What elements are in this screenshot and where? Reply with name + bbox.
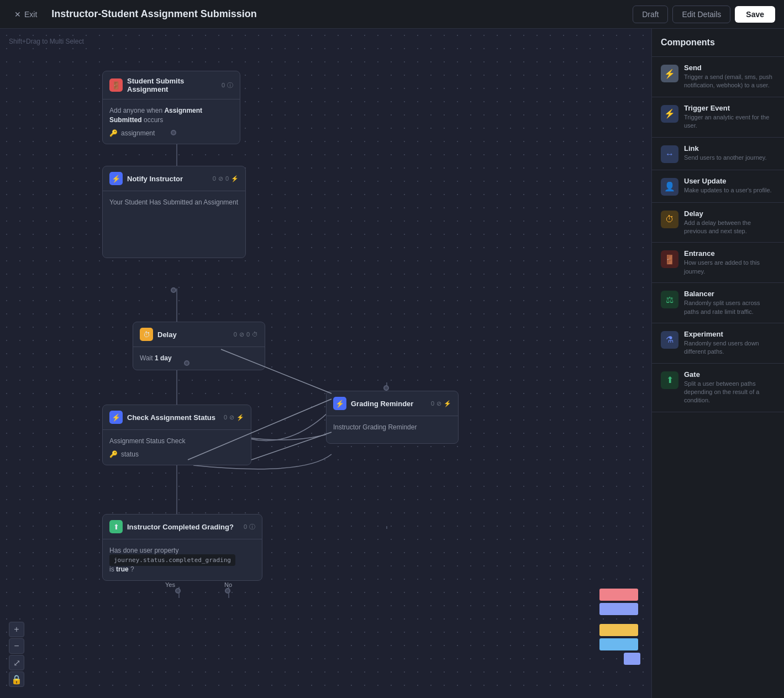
- grading-reminder-node[interactable]: ⚡ Grading Reminder 0 ⊘ ⚡ Instructor Grad…: [326, 391, 459, 444]
- info-icon: ⓘ: [249, 523, 255, 531]
- comp-desc: Split a user between paths depending on …: [684, 380, 775, 405]
- exit-button[interactable]: ✕ Exit: [9, 7, 43, 22]
- cross-lines-svg: [0, 29, 651, 698]
- save-button[interactable]: Save: [735, 6, 775, 23]
- comp-name: Balancer: [684, 290, 775, 298]
- send-icon: ⚡: [109, 172, 123, 185]
- info-icon: ⓘ: [227, 81, 233, 90]
- block-small-purple: [624, 653, 640, 665]
- node-header: ⏱ Delay 0 ⊘ 0 ⏱: [133, 322, 265, 347]
- comp-name: Entrance: [684, 249, 775, 258]
- gate-icon: ⬆: [109, 520, 123, 533]
- send-icon: ⚡: [109, 411, 123, 424]
- zoom-controls: + − ⤢ 🔒: [9, 622, 24, 687]
- node-badges: 0 ⊘ 0 ⏱: [234, 331, 258, 338]
- components-list: ⚡ Send Trigger a send (email, sms, push …: [652, 57, 784, 412]
- error-icon: ⊘: [218, 175, 223, 182]
- topbar: ✕ Exit Instructor-Student Assignment Sub…: [0, 0, 784, 29]
- color-blocks: [599, 589, 640, 665]
- node-body: Add anyone when Assignment Submitted occ…: [103, 99, 240, 144]
- component-item-experiment[interactable]: ⚗ Experiment Randomly send users down di…: [652, 323, 784, 364]
- node-body: Has done user property journey.status.co…: [103, 539, 262, 580]
- comp-icon: ⚗: [661, 331, 678, 349]
- comp-name: Trigger Event: [684, 104, 775, 112]
- zoom-in-button[interactable]: +: [9, 622, 24, 637]
- comp-desc: Make updates to a user's profile.: [684, 186, 772, 195]
- delay-node[interactable]: ⏱ Delay 0 ⊘ 0 ⏱ Wait 1 day: [133, 322, 265, 370]
- component-item-send[interactable]: ⚡ Send Trigger a send (email, sms, push …: [652, 57, 784, 97]
- node-body: Wait 1 day: [133, 347, 265, 370]
- error-icon: ⊘: [229, 414, 234, 421]
- node-badges: 0 ⓘ: [244, 523, 255, 531]
- delay-badge-icon: ⏱: [252, 331, 258, 338]
- comp-icon: ⚡: [661, 65, 678, 82]
- comp-icon: ↔: [661, 145, 678, 163]
- component-item-gate[interactable]: ⬆ Gate Split a user between paths depend…: [652, 364, 784, 412]
- comp-desc: Randomly send users down different paths…: [684, 339, 775, 356]
- comp-desc: Send users to another journey.: [684, 154, 767, 162]
- node-title: Instructor Completed Grading?: [127, 523, 239, 531]
- fit-button[interactable]: ⤢: [9, 655, 24, 670]
- key-icon: 🔑: [109, 450, 118, 458]
- comp-name: Send: [684, 64, 775, 72]
- comp-desc: Trigger an analytic event for the user.: [684, 113, 775, 130]
- message-preview: Your Student Has Submitted an Assignment: [109, 198, 239, 207]
- node-body: Your Student Has Submitted an Assignment: [103, 191, 245, 258]
- connector-dot: [171, 287, 176, 293]
- comp-icon: ⬆: [661, 371, 678, 389]
- check-assignment-node[interactable]: ⚡ Check Assignment Status 0 ⊘ ⚡ Assignme…: [102, 405, 251, 465]
- error-icon: ⊘: [436, 400, 441, 407]
- node-header: 🚪 Student Submits Assignment 0 ⓘ: [103, 71, 240, 99]
- comp-desc: Add a delay between the previous and nex…: [684, 219, 775, 236]
- node-badges: 0 ⓘ: [222, 81, 233, 90]
- edit-details-button[interactable]: Edit Details: [672, 6, 730, 23]
- key-icon: 🔑: [109, 129, 118, 137]
- block-blue: [599, 638, 638, 650]
- node-header: ⚡ Check Assignment Status 0 ⊘ ⚡: [103, 405, 251, 430]
- comp-desc: How users are added to this journey.: [684, 259, 775, 276]
- comp-name: Link: [684, 144, 767, 153]
- comp-name: Gate: [684, 370, 775, 379]
- error-icon: ⊘: [239, 331, 244, 338]
- node-header: ⚡ Notify Instructor 0 ⊘ 0 ⚡: [103, 166, 245, 191]
- comp-name: User Update: [684, 177, 772, 185]
- event-icon: ⚡: [236, 414, 244, 421]
- component-item-link[interactable]: ↔ Link Send users to another journey.: [652, 138, 784, 170]
- node-badges: 0 ⊘ ⚡: [431, 400, 451, 407]
- node-title: Student Submits Assignment: [127, 77, 217, 93]
- connector-dot: [184, 360, 190, 366]
- no-connector: [225, 588, 230, 594]
- page-title: Instructor-Student Assignment Submission: [51, 8, 633, 20]
- lock-button[interactable]: 🔒: [9, 671, 24, 687]
- node-title: Check Assignment Status: [127, 413, 219, 422]
- zoom-out-button[interactable]: −: [9, 638, 24, 654]
- workflow-canvas[interactable]: Shift+Drag to Multi Select 🚪: [0, 29, 651, 698]
- connector-dot: [383, 385, 389, 391]
- event-icon: ⚡: [444, 400, 451, 407]
- notify-instructor-node[interactable]: ⚡ Notify Instructor 0 ⊘ 0 ⚡ Your Student…: [102, 166, 246, 258]
- comp-icon: 🚪: [661, 250, 678, 268]
- component-item-delay[interactable]: ⏱ Delay Add a delay between the previous…: [652, 203, 784, 243]
- component-item-trigger-event[interactable]: ⚡ Trigger Event Trigger an analytic even…: [652, 97, 784, 138]
- delay-icon: ⏱: [140, 328, 153, 341]
- node-body: Instructor Grading Reminder: [327, 416, 458, 443]
- draft-button[interactable]: Draft: [633, 6, 668, 23]
- main-content: Shift+Drag to Multi Select 🚪: [0, 29, 784, 698]
- comp-desc: Randomly split users across paths and ra…: [684, 299, 775, 316]
- comp-name: Delay: [684, 209, 775, 218]
- topbar-actions: Draft Edit Details Save: [633, 6, 775, 23]
- comp-icon: ⚖: [661, 291, 678, 308]
- node-key: 🔑 status: [109, 450, 244, 458]
- components-sidebar: Components ⚡ Send Trigger a send (email,…: [651, 29, 784, 698]
- connector-dot: [171, 130, 176, 135]
- canvas-hint: Shift+Drag to Multi Select: [9, 38, 84, 45]
- comp-icon: ⏱: [661, 211, 678, 228]
- component-item-balancer[interactable]: ⚖ Balancer Randomly split users across p…: [652, 283, 784, 323]
- instructor-grading-node[interactable]: ⬆ Instructor Completed Grading? 0 ⓘ Has …: [102, 514, 262, 581]
- event-icon: ⚡: [231, 175, 239, 182]
- entrance-icon: 🚪: [109, 78, 123, 92]
- component-item-entrance[interactable]: 🚪 Entrance How users are added to this j…: [652, 243, 784, 283]
- node-title: Notify Instructor: [127, 175, 208, 183]
- component-item-user-update[interactable]: 👤 User Update Make updates to a user's p…: [652, 170, 784, 203]
- node-header: ⚡ Grading Reminder 0 ⊘ ⚡: [327, 391, 458, 416]
